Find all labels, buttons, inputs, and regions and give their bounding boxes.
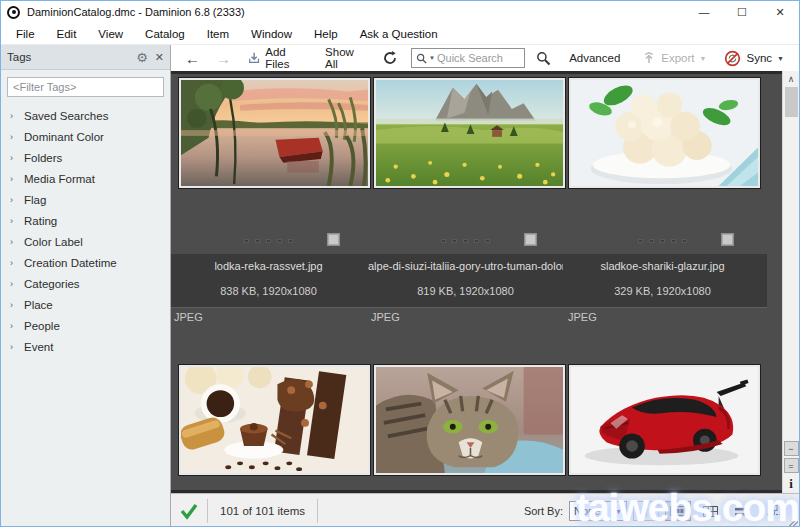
gear-icon[interactable]: ⚙ xyxy=(136,51,148,64)
app-logo-icon xyxy=(7,6,20,19)
tag-label: Color Label xyxy=(24,236,83,248)
add-files-button[interactable]: Add Files xyxy=(241,47,314,69)
panel-close-icon[interactable]: ✕ xyxy=(155,51,164,64)
show-all-label: Show All xyxy=(325,46,364,70)
search-button[interactable] xyxy=(529,47,558,69)
export-button[interactable]: Export ▼ xyxy=(635,47,713,69)
rating-widget[interactable] xyxy=(171,233,366,249)
thumbnail-coffee-chocolate[interactable] xyxy=(178,364,371,476)
tag-media-format[interactable]: ›Media Format xyxy=(1,168,170,189)
menu-edit[interactable]: Edit xyxy=(46,23,88,44)
menu-catalog[interactable]: Catalog xyxy=(134,23,196,44)
sort-direction-button[interactable]: ↑ xyxy=(633,501,659,521)
thumbnail-red-sports-car[interactable] xyxy=(568,364,761,476)
tags-panel: Tags ⚙ ✕ ›Saved Searches ›Dominant Color… xyxy=(1,45,171,527)
info-icon[interactable]: i xyxy=(784,475,799,492)
chevron-right-icon: › xyxy=(10,153,17,163)
chevron-right-icon: › xyxy=(10,195,17,205)
chevron-right-icon: › xyxy=(10,258,17,268)
tag-saved-searches[interactable]: ›Saved Searches xyxy=(1,105,170,126)
tag-categories[interactable]: ›Categories xyxy=(1,273,170,294)
thumbnail-lake-sunrise-boat[interactable] xyxy=(178,77,371,189)
sort-caret-icon: ▼ xyxy=(615,508,622,515)
show-all-button[interactable]: Show All xyxy=(318,47,371,69)
menu-help[interactable]: Help xyxy=(303,23,349,44)
sync-disabled-icon xyxy=(724,50,741,67)
thumbnail-cat[interactable] xyxy=(373,364,566,476)
thumbnail-alpine-meadow[interactable] xyxy=(373,77,566,189)
tag-label: Flag xyxy=(24,194,46,206)
refresh-button[interactable] xyxy=(375,47,405,69)
thumb-size-decrease-button[interactable]: − xyxy=(784,441,799,456)
caption-band: lodka-reka-rassvet.jpg 838 KB, 1920x1080… xyxy=(171,254,767,307)
tag-dominant-color[interactable]: ›Dominant Color xyxy=(1,126,170,147)
tag-label: Creation Datetime xyxy=(24,257,117,269)
view-timeline-button[interactable] xyxy=(761,501,787,521)
tag-color-label[interactable]: ›Color Label xyxy=(1,231,170,252)
format-label: JPEG xyxy=(565,308,760,325)
menu-file[interactable]: File xyxy=(5,23,46,44)
list-view-icon xyxy=(735,507,750,516)
tag-label: Place xyxy=(24,299,53,311)
maximize-button[interactable]: ☐ xyxy=(723,1,761,23)
thumbnail-grid: lodka-reka-rassvet.jpg 838 KB, 1920x1080… xyxy=(171,71,799,493)
tags-tree: ›Saved Searches ›Dominant Color ›Folders… xyxy=(1,103,170,527)
search-scope-caret-icon[interactable]: ▼ xyxy=(429,55,435,61)
view-thumbnails-button[interactable] xyxy=(665,501,691,521)
scroll-up-icon[interactable]: ∧ xyxy=(783,71,799,86)
select-checkbox[interactable] xyxy=(721,233,734,246)
tag-people[interactable]: ›People xyxy=(1,315,170,336)
menu-view[interactable]: View xyxy=(87,23,134,44)
app-window: DaminionCatalog.dmc - Daminion 6.8 (2333… xyxy=(0,0,800,527)
file-info: 838 KB, 1920x1080 xyxy=(171,285,366,297)
tag-flag[interactable]: ›Flag xyxy=(1,189,170,210)
thumbnail-coconut-candy[interactable] xyxy=(568,77,761,189)
tag-event[interactable]: ›Event xyxy=(1,336,170,357)
select-checkbox[interactable] xyxy=(524,233,537,246)
tag-folders[interactable]: ›Folders xyxy=(1,147,170,168)
rating-widget[interactable] xyxy=(368,233,563,249)
forward-arrow-icon[interactable]: → xyxy=(210,50,237,67)
advanced-label: Advanced xyxy=(569,52,620,64)
chevron-right-icon: › xyxy=(10,300,17,310)
chevron-right-icon: › xyxy=(10,321,17,331)
minimize-button[interactable]: — xyxy=(685,1,723,23)
vertical-scrollbar[interactable]: ∧ − = i xyxy=(782,71,799,493)
check-icon xyxy=(179,502,199,520)
view-grid-button[interactable] xyxy=(697,501,723,521)
magnifier-icon xyxy=(536,51,551,66)
resize-grip[interactable] xyxy=(788,517,798,527)
thumbnails-view-icon xyxy=(670,506,686,516)
sync-button[interactable]: Sync ▼ xyxy=(717,47,791,69)
grid-view-icon xyxy=(703,506,718,517)
tag-label: People xyxy=(24,320,60,332)
quick-search-input[interactable]: ▼ Quick Search xyxy=(411,48,525,68)
sort-by-dropdown[interactable]: None ▼ xyxy=(569,501,627,521)
file-name: lodka-reka-rassvet.jpg xyxy=(171,260,366,272)
chevron-right-icon: › xyxy=(10,174,17,184)
tag-label: Event xyxy=(24,341,53,353)
filter-tags-input[interactable] xyxy=(7,77,164,97)
advanced-search-button[interactable]: Advanced xyxy=(562,47,627,69)
chevron-right-icon: › xyxy=(10,111,17,121)
close-button[interactable]: ✕ xyxy=(761,1,799,23)
scrollbar-thumb[interactable] xyxy=(785,87,798,117)
view-list-button[interactable] xyxy=(729,501,755,521)
menu-ask-a-question[interactable]: Ask a Question xyxy=(349,23,449,44)
timeline-view-icon xyxy=(767,505,782,517)
select-checkbox[interactable] xyxy=(327,233,340,246)
sort-by-value: None xyxy=(574,505,600,517)
thumb-size-bar-button[interactable]: = xyxy=(784,458,799,473)
search-icon xyxy=(416,53,427,64)
tag-rating[interactable]: ›Rating xyxy=(1,210,170,231)
status-bar: 101 of 101 items Sort By: None ▼ ↑ xyxy=(171,493,799,527)
tag-place[interactable]: ›Place xyxy=(1,294,170,315)
back-arrow-icon[interactable]: ← xyxy=(179,50,206,67)
tag-creation-datetime[interactable]: ›Creation Datetime xyxy=(1,252,170,273)
chevron-right-icon: › xyxy=(10,237,17,247)
menu-item[interactable]: Item xyxy=(196,23,240,44)
sync-label: Sync xyxy=(746,52,772,64)
menu-window[interactable]: Window xyxy=(240,23,303,44)
rating-widget[interactable] xyxy=(565,233,760,249)
chevron-right-icon: › xyxy=(10,132,17,142)
